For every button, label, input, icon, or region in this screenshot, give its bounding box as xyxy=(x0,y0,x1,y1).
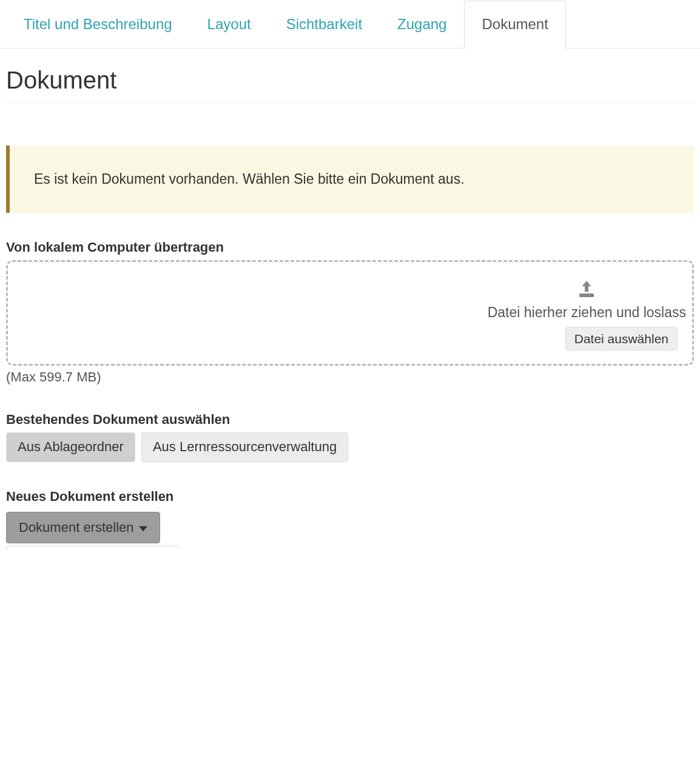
svg-point-1 xyxy=(591,295,593,296)
create-button-label: Dokument erstellen xyxy=(19,520,134,535)
create-document-menu: Word Excel PowerPoint xyxy=(6,546,180,549)
page-title: Dokument xyxy=(6,67,694,103)
from-folder-button[interactable]: Aus Ablageordner xyxy=(6,432,135,461)
tab-layout[interactable]: Layout xyxy=(190,1,269,49)
tabs-nav: Titel und Beschreibung Layout Sichtbarke… xyxy=(0,0,700,49)
file-dropzone[interactable]: Datei hierher ziehen und loslass Datei a… xyxy=(6,260,694,366)
upload-icon xyxy=(576,279,597,301)
create-section-label: Neues Dokument erstellen xyxy=(6,489,694,505)
alert-no-document: Es ist kein Dokument vorhanden. Wählen S… xyxy=(6,146,694,213)
from-resources-button[interactable]: Aus Lernressourcenverwaltung xyxy=(141,432,348,461)
upload-hint: (Max 599.7 MB) xyxy=(6,369,694,385)
tab-access[interactable]: Zugang xyxy=(380,1,464,49)
tab-content: Dokument Es ist kein Dokument vorhanden.… xyxy=(0,49,700,549)
upload-section-label: Von lokalem Computer übertragen xyxy=(6,240,694,255)
tab-visibility[interactable]: Sichtbarkeit xyxy=(269,1,380,49)
create-document-dropdown-button[interactable]: Dokument erstellen xyxy=(6,512,160,543)
dropzone-text: Datei hierher ziehen und loslass xyxy=(488,304,686,321)
existing-section-label: Bestehendes Dokument auswählen xyxy=(6,412,694,428)
tab-document[interactable]: Dokument xyxy=(464,1,565,49)
caret-down-icon xyxy=(139,520,147,535)
choose-file-button[interactable]: Datei auswählen xyxy=(565,327,678,351)
tab-title-description[interactable]: Titel und Beschreibung xyxy=(6,1,190,49)
